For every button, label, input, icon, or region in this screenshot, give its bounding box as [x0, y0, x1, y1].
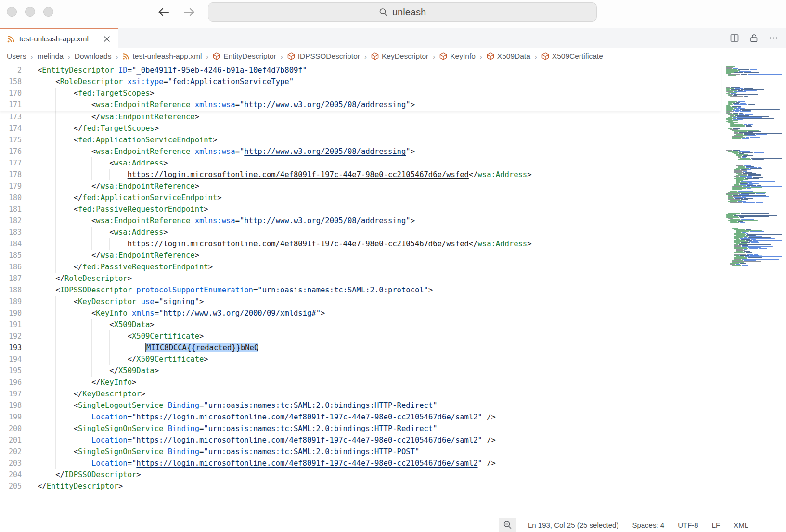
code-line[interactable]: 178 https://login.microsoftonline.com/4e…	[0, 169, 786, 180]
code-line[interactable]: 204 </IDPSSODescriptor>	[0, 469, 786, 481]
code-area[interactable]: 173 </wsa:EndpointReference>174 </fed:Ta…	[0, 111, 786, 492]
code-line[interactable]: 197 </KeyDescriptor>	[0, 388, 786, 400]
breadcrumb-item-keyinfo[interactable]: KeyInfo	[439, 52, 476, 61]
line-number[interactable]: 185	[0, 250, 22, 261]
line-number[interactable]: 176	[0, 146, 22, 157]
window-maximize-button[interactable]	[43, 7, 53, 17]
line-number[interactable]: 2	[0, 64, 22, 76]
breadcrumb-item-downloads[interactable]: Downloads	[75, 52, 112, 61]
code-line[interactable]: 187 </RoleDescriptor>	[0, 273, 786, 284]
code-line[interactable]: 175 <fed:ApplicationServiceEndpoint>	[0, 134, 786, 146]
line-number[interactable]: 198	[0, 400, 22, 411]
indentation-status[interactable]: Spaces: 4	[632, 521, 664, 529]
line-number[interactable]: 194	[0, 354, 22, 365]
line-number[interactable]: 188	[0, 284, 22, 296]
line-number[interactable]: 203	[0, 457, 22, 469]
line-number[interactable]: 197	[0, 388, 22, 400]
window-minimize-button[interactable]	[25, 7, 35, 17]
code-line[interactable]: 179 </wsa:EndpointReference>	[0, 180, 786, 192]
line-number[interactable]: 195	[0, 365, 22, 377]
breadcrumb-item-x509data[interactable]: X509Data	[487, 52, 530, 61]
line-number[interactable]: 173	[0, 111, 22, 123]
breadcrumb-item-entitydescriptor[interactable]: EntityDescriptor	[213, 52, 276, 61]
line-number[interactable]: 171	[0, 99, 22, 111]
line-number[interactable]: 191	[0, 319, 22, 330]
line-number[interactable]: 201	[0, 434, 22, 446]
line-number[interactable]: 158	[0, 76, 22, 88]
code-line[interactable]: 189 <KeyDescriptor use="signing">	[0, 296, 786, 307]
code-line[interactable]: 188 <IDPSSODescriptor protocolSupportEnu…	[0, 284, 786, 296]
tab-close-button[interactable]	[102, 34, 112, 44]
line-number[interactable]: 199	[0, 411, 22, 423]
code-line[interactable]: 201 Location="https://login.microsoftonl…	[0, 434, 786, 446]
breadcrumb-item-keydescriptor[interactable]: KeyDescriptor	[371, 52, 428, 61]
code-line[interactable]: 200 <SingleSignOnService Binding="urn:oa…	[0, 423, 786, 434]
breadcrumb-item-users[interactable]: Users	[7, 52, 26, 61]
code-line[interactable]: 181 <fed:PassiveRequestorEndpoint>	[0, 203, 786, 215]
line-number[interactable]: 202	[0, 446, 22, 457]
unlock-icon[interactable]	[749, 33, 759, 43]
code-line[interactable]: 193 MIIC8DCCA{{redacted}}bNeQ	[0, 342, 786, 354]
code-line[interactable]: 195 </X509Data>	[0, 365, 786, 377]
line-number[interactable]: 187	[0, 273, 22, 284]
code-line[interactable]: 177 <wsa:Address>	[0, 157, 786, 169]
code-line[interactable]: 170 <fed:TargetScopes>	[0, 88, 721, 99]
line-number[interactable]: 174	[0, 123, 22, 134]
tab-test-unleash-app[interactable]: test-unleash-app.xml	[0, 28, 118, 49]
line-number[interactable]: 186	[0, 261, 22, 273]
code-line[interactable]: 202 <SingleSignOnService Binding="urn:oa…	[0, 446, 786, 457]
back-button[interactable]	[156, 5, 171, 21]
code-line[interactable]: 174 </fed:TargetScopes>	[0, 123, 786, 134]
breadcrumb-item-file[interactable]: test-unleash-app.xml	[122, 52, 202, 61]
line-number[interactable]: 204	[0, 469, 22, 481]
line-number[interactable]: 193	[0, 342, 22, 354]
window-close-button[interactable]	[7, 7, 17, 17]
code-line[interactable]: 184 https://login.microsoftonline.com/4e…	[0, 238, 786, 250]
code-line[interactable]: 182 <wsa:EndpointReference xmlns:wsa="ht…	[0, 215, 786, 227]
code-line[interactable]: 186 </fed:PassiveRequestorEndpoint>	[0, 261, 786, 273]
split-editor-button[interactable]	[730, 33, 739, 43]
code-line[interactable]: 196 </KeyInfo>	[0, 377, 786, 388]
forward-button[interactable]	[182, 5, 196, 21]
more-actions-button[interactable]	[769, 33, 778, 43]
code-line[interactable]: 185 </wsa:EndpointReference>	[0, 250, 786, 261]
line-number[interactable]: 181	[0, 203, 22, 215]
minimap[interactable]	[724, 66, 782, 268]
breadcrumb-item-melinda[interactable]: melinda	[37, 52, 63, 61]
line-number[interactable]: 178	[0, 169, 22, 180]
cursor-position-status[interactable]: Ln 193, Col 25 (25 selected)	[528, 521, 618, 529]
line-number[interactable]: 190	[0, 307, 22, 319]
line-number[interactable]: 177	[0, 157, 22, 169]
code-line[interactable]: 203 Location="https://login.microsoftonl…	[0, 457, 786, 469]
eol-status[interactable]: LF	[712, 521, 721, 529]
code-line[interactable]: 183 <wsa:Address>	[0, 227, 786, 238]
line-number[interactable]: 170	[0, 88, 22, 99]
line-number[interactable]: 175	[0, 134, 22, 146]
code-line[interactable]: 176 <wsa:EndpointReference xmlns:wsa="ht…	[0, 146, 786, 157]
code-line[interactable]: 192 <X509Certificate>	[0, 330, 786, 342]
code-line[interactable]: 173 </wsa:EndpointReference>	[0, 111, 786, 123]
line-number[interactable]: 189	[0, 296, 22, 307]
line-number[interactable]: 200	[0, 423, 22, 434]
search-input[interactable]: unleash	[208, 2, 597, 22]
code-line[interactable]: 171 <wsa:EndpointReference xmlns:wsa="ht…	[0, 99, 721, 111]
code-line[interactable]: 205</EntityDescriptor>	[0, 481, 786, 492]
line-number[interactable]: 180	[0, 192, 22, 203]
breadcrumb-item-idpssodescriptor[interactable]: IDPSSODescriptor	[287, 52, 360, 61]
sticky-scroll[interactable]: 2<EntityDescriptor ID="_0be4911f-95eb-42…	[0, 64, 721, 111]
language-mode-status[interactable]: XML	[734, 521, 748, 529]
line-number[interactable]: 182	[0, 215, 22, 227]
code-line[interactable]: 191 <X509Data>	[0, 319, 786, 330]
line-number[interactable]: 196	[0, 377, 22, 388]
code-line[interactable]: 194 </X509Certificate>	[0, 354, 786, 365]
encoding-status[interactable]: UTF-8	[678, 521, 698, 529]
editor-pane[interactable]: 2<EntityDescriptor ID="_0be4911f-95eb-42…	[0, 64, 786, 518]
code-line[interactable]: 158 <RoleDescriptor xsi:type="fed:Applic…	[0, 76, 721, 88]
line-number[interactable]: 184	[0, 238, 22, 250]
line-number[interactable]: 179	[0, 180, 22, 192]
line-number[interactable]: 205	[0, 481, 22, 492]
code-line[interactable]: 198 <SingleLogoutService Binding="urn:oa…	[0, 400, 786, 411]
line-number[interactable]: 192	[0, 330, 22, 342]
code-line[interactable]: 190 <KeyInfo xmlns="http://www.w3.org/20…	[0, 307, 786, 319]
code-line[interactable]: 199 Location="https://login.microsoftonl…	[0, 411, 786, 423]
